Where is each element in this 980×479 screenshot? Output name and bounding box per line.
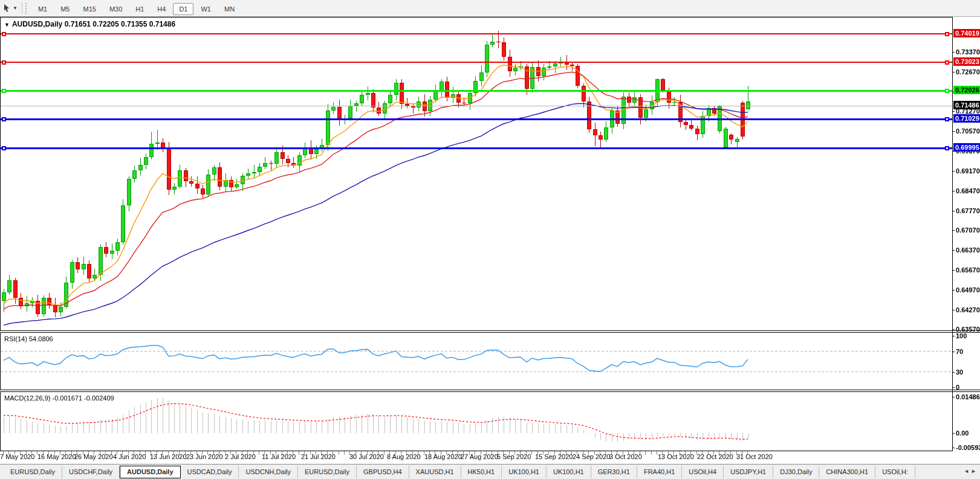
timeframe-button-w1[interactable]: W1	[195, 3, 217, 15]
timeframe-button-h4[interactable]: H4	[151, 3, 172, 15]
symbol-tab-usoil-h4[interactable]: USOil,H4	[682, 466, 724, 478]
axis-tick	[952, 131, 955, 132]
price-tick-label: 0.70570	[956, 127, 980, 135]
axis-tick	[952, 448, 955, 448]
symbol-tab-eurusd-daily[interactable]: EURUSD,Daily	[298, 466, 357, 478]
date-label: 13 Jun 2020	[150, 453, 187, 460]
axis-tick	[952, 433, 955, 434]
symbol-tab-usdcnh-daily[interactable]: USDCNH,Daily	[239, 466, 298, 478]
date-label: 2 Jul 2020	[225, 453, 256, 460]
collapse-triangle-icon[interactable]: ▼	[4, 22, 10, 28]
symbol-tab-usoil-h-[interactable]: USOil,H:	[875, 466, 915, 478]
rsi-tick-label: 30	[956, 368, 963, 376]
date-label: 24 Sep 2020	[573, 453, 610, 460]
price-chart-pane	[0, 17, 953, 331]
axis-tick	[952, 191, 955, 191]
axis-tick	[952, 352, 955, 352]
symbol-tab-usdjpy-h1[interactable]: USDJPY,H1	[724, 466, 773, 478]
timeframe-button-d1[interactable]: D1	[173, 3, 193, 15]
toolbar-separator	[22, 2, 22, 14]
price-tick-label: 0.72670	[956, 68, 980, 76]
tab-scroll-right-icon[interactable]: ►	[971, 468, 978, 474]
axis-tick	[952, 211, 955, 211]
chart-symbol-label: AUDUSD,Daily	[12, 20, 62, 28]
price-tick-label: 0.64270	[956, 306, 980, 314]
price-tick-label: 0.65670	[956, 266, 980, 274]
timeframe-button-m1[interactable]: M1	[32, 3, 53, 15]
timeframe-button-mn[interactable]: MN	[218, 3, 241, 15]
symbol-tab-eurusd-daily[interactable]: EURUSD,Daily	[4, 466, 62, 478]
axis-tick	[952, 171, 955, 172]
date-label: 31 Oct 2020	[736, 453, 773, 460]
symbol-tab-china300-h1[interactable]: CHINA300,H1	[819, 466, 875, 478]
symbol-tab-bar: EURUSD,DailyUSDCHF,DailyAUDUSD,DailyUSDC…	[0, 464, 980, 479]
date-label: 26 May 2020	[74, 453, 113, 460]
price-tick-label: 0.66370	[956, 246, 980, 254]
date-label: 8 Aug 2020	[387, 453, 421, 460]
symbol-tab-fra40-h1[interactable]: FRA40,H1	[637, 466, 682, 478]
price-tick-label: 0.68470	[956, 187, 980, 195]
price-axis-line[interactable]	[952, 17, 953, 451]
date-label: 3 Oct 2020	[609, 453, 642, 460]
symbol-tab-gbpusd-h4[interactable]: GBPUSD,H4	[357, 466, 409, 478]
rsi-canvas[interactable]	[1, 333, 953, 390]
axis-tick	[952, 336, 955, 336]
macd-tick-label: -0.005938	[956, 444, 980, 452]
timeframe-button-group: M1M5M15M30H1H4D1W1MN	[31, 3, 241, 14]
price-level-badge: 0.71486	[953, 101, 980, 109]
date-label: 7 May 2020	[0, 453, 34, 460]
symbol-tab-hk50-h1[interactable]: HK50,H1	[461, 466, 502, 478]
timeframe-button-m30[interactable]: M30	[103, 3, 128, 15]
chart-ohlc-values: 0.71651 0.72205 0.71355 0.71486	[65, 20, 176, 28]
rsi-indicator-pane	[0, 333, 953, 390]
date-label: 23 Jun 2020	[186, 453, 223, 460]
rsi-tick-label: 0	[956, 384, 959, 391]
toolbar-grip-handle[interactable]	[25, 3, 28, 14]
symbol-tab-dj30-daily[interactable]: DJ30,Daily	[773, 466, 819, 478]
price-tick-label: 0.67070	[956, 227, 980, 234]
symbol-tab-usdchf-daily[interactable]: USDCHF,Daily	[62, 466, 120, 478]
axis-tick	[952, 372, 955, 373]
date-label: 22 Oct 2020	[697, 453, 733, 460]
symbol-tab-audusd-daily[interactable]: AUDUSD,Daily	[120, 466, 180, 478]
date-label: 30 Jul 2020	[349, 453, 384, 460]
timeframe-button-h1[interactable]: H1	[129, 3, 150, 15]
axis-tick	[952, 111, 955, 112]
timeframe-button-m5[interactable]: M5	[54, 3, 76, 15]
axis-tick	[952, 250, 955, 251]
date-label: 5 Sep 2020	[497, 453, 531, 460]
axis-tick	[952, 397, 955, 397]
symbol-tab-uk100-h1[interactable]: UK100,H1	[502, 466, 547, 478]
symbol-tabs: EURUSD,DailyUSDCHF,DailyAUDUSD,DailyUSDC…	[4, 466, 915, 478]
timeframe-toolbar: ▼ M1M5M15M30H1H4D1W1MN	[0, 0, 980, 17]
symbol-tab-usdcad-daily[interactable]: USDCAD,Daily	[181, 466, 239, 478]
rsi-tick-label: 100	[956, 332, 967, 340]
chart-cursor-icon[interactable]	[2, 4, 11, 13]
date-label: 15 Sep 2020	[535, 453, 573, 460]
price-tick-label: 0.69170	[956, 167, 980, 175]
axis-tick	[952, 329, 955, 330]
date-label: 4 Jun 2020	[113, 453, 146, 460]
date-label: 16 May 2020	[37, 453, 76, 460]
axis-tick	[952, 310, 955, 310]
macd-tick-label: 0.00	[956, 429, 969, 437]
axis-tick	[952, 270, 955, 271]
axis-tick	[952, 72, 955, 72]
date-label: 18 Aug 2020	[424, 453, 462, 460]
macd-label: MACD(12,26,9) -0.001671 -0.002409	[4, 394, 114, 402]
price-level-badge: 0.74019	[953, 29, 980, 37]
trading-terminal-window: ▼ M1M5M15M30H1H4D1W1MN ▼AUDUSD,Daily 0.7…	[0, 0, 980, 479]
symbol-tab-xauusd-h1[interactable]: XAUUSD,H1	[409, 466, 461, 478]
date-label: 13 Oct 2020	[658, 453, 694, 460]
cursor-dropdown-caret-icon[interactable]: ▼	[13, 5, 18, 11]
timeframe-button-m15[interactable]: M15	[77, 3, 102, 15]
axis-tick	[952, 387, 955, 388]
tab-scroll-left-icon[interactable]: ◄	[964, 468, 971, 474]
macd-canvas[interactable]	[1, 392, 953, 451]
chart-title: ▼AUDUSD,Daily 0.71651 0.72205 0.71355 0.…	[4, 20, 175, 28]
symbol-tab-ger30-h1[interactable]: GER30,H1	[591, 466, 637, 478]
price-chart-canvas[interactable]	[1, 18, 953, 331]
symbol-tab-uk100-h1[interactable]: UK100,H1	[547, 466, 591, 478]
price-level-badge: 0.71029	[953, 114, 980, 123]
rsi-label: RSI(14) 54.0806	[4, 335, 53, 342]
